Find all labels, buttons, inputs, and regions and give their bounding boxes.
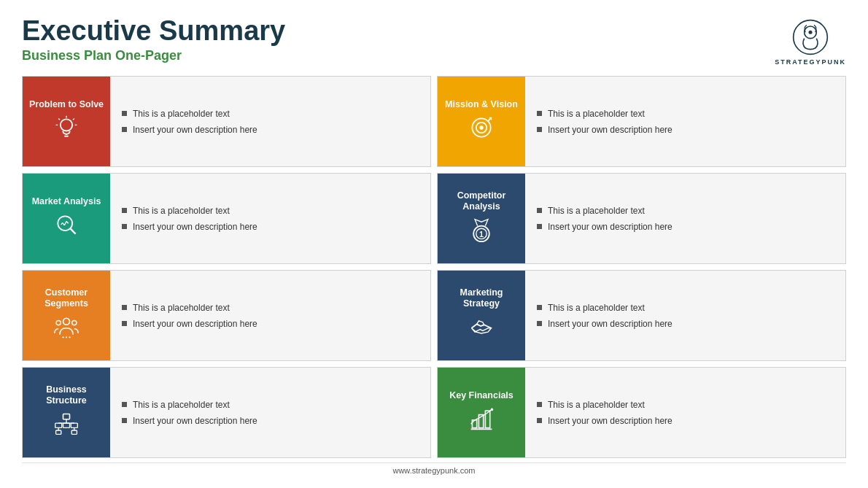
card-label-customer-segments: Customer Segments <box>23 271 110 360</box>
bullet-marker <box>122 127 127 132</box>
card-label-market-analysis: Market Analysis <box>23 174 110 263</box>
bullet-marker <box>537 418 542 423</box>
svg-rect-32 <box>63 414 70 419</box>
footer: www.strategypunk.com <box>22 462 846 475</box>
medal-icon: 1 <box>468 217 495 247</box>
bullet-item: Insert your own description here <box>537 416 834 426</box>
card-label-key-financials: Key Financials <box>438 368 525 457</box>
bullet-item: Insert your own description here <box>122 125 419 135</box>
bullet-text: This is a placeholder text <box>548 303 645 313</box>
bullet-marker <box>122 402 127 407</box>
card-label-mission-vision: Mission & Vision <box>438 77 525 166</box>
card-problem-to-solve: Problem to Solve This is a placeholder t… <box>22 76 431 167</box>
card-content-business-structure: This is a placeholder textInsert your ow… <box>110 368 430 457</box>
card-content-marketing-strategy: This is a placeholder textInsert your ow… <box>525 271 845 360</box>
card-label-marketing-strategy: Marketing Strategy <box>438 271 525 360</box>
card-content-customer-segments: This is a placeholder textInsert your ow… <box>110 271 430 360</box>
card-content-mission-vision: This is a placeholder textInsert your ow… <box>525 77 845 166</box>
bullet-text: This is a placeholder text <box>133 206 230 216</box>
target-icon <box>468 115 495 144</box>
card-competitor-analysis: Competitor Analysis 1 This is a placehol… <box>437 173 846 264</box>
bullet-marker <box>537 321 542 326</box>
card-content-problem-to-solve: This is a placeholder textInsert your ow… <box>110 77 430 166</box>
svg-line-18 <box>64 221 66 225</box>
bullet-item: Insert your own description here <box>537 222 834 232</box>
card-label-problem-to-solve: Problem to Solve <box>23 77 110 166</box>
bullet-text: Insert your own description here <box>133 222 257 232</box>
svg-line-6 <box>58 118 60 120</box>
svg-point-29 <box>63 337 64 338</box>
card-label-text-marketing-strategy: Marketing Strategy <box>442 287 521 309</box>
bullet-item: Insert your own description here <box>122 416 419 426</box>
bullet-item: Insert your own description here <box>537 319 834 329</box>
bullet-marker <box>537 127 542 132</box>
bullet-marker <box>537 224 542 229</box>
bullet-item: Insert your own description here <box>122 319 419 329</box>
bullet-item: This is a placeholder text <box>537 206 834 216</box>
logo-area: STRATEGYPUNK <box>775 19 846 66</box>
svg-point-12 <box>479 125 483 129</box>
card-marketing-strategy: Marketing Strategy This is a placeholder… <box>437 270 846 361</box>
svg-point-31 <box>69 337 71 338</box>
footer-url: www.strategypunk.com <box>392 466 475 475</box>
bullet-text: This is a placeholder text <box>548 206 645 216</box>
bullet-item: This is a placeholder text <box>537 400 834 410</box>
sub-title: Business Plan One-Pager <box>22 48 285 63</box>
bullet-marker <box>122 321 127 326</box>
bullet-item: This is a placeholder text <box>537 303 834 313</box>
card-label-text-market-analysis: Market Analysis <box>32 196 101 207</box>
card-business-structure: Business Structure This is a placeholder… <box>22 367 431 458</box>
bullet-marker <box>122 111 127 116</box>
bullet-item: This is a placeholder text <box>537 109 834 119</box>
svg-rect-36 <box>63 423 70 427</box>
handshake-icon <box>468 314 495 344</box>
svg-rect-42 <box>472 419 476 427</box>
bullet-text: Insert your own description here <box>548 416 673 426</box>
svg-point-30 <box>66 337 67 338</box>
card-label-text-problem-to-solve: Problem to Solve <box>29 99 104 110</box>
card-label-competitor-analysis: Competitor Analysis 1 <box>438 174 525 263</box>
svg-point-3 <box>61 119 72 131</box>
bullet-text: This is a placeholder text <box>133 303 230 313</box>
svg-point-2 <box>809 31 813 34</box>
card-key-financials: Key Financials This is a placeholder tex… <box>437 367 846 458</box>
header-titles: Executive Summary Business Plan One-Page… <box>22 16 285 63</box>
bullet-marker <box>122 224 127 229</box>
bullet-marker <box>122 305 127 310</box>
cards-grid: Problem to Solve This is a placeholder t… <box>22 76 846 458</box>
bullet-text: Insert your own description here <box>133 319 257 329</box>
bullet-marker <box>537 402 542 407</box>
org-chart-icon <box>53 411 80 441</box>
main-title: Executive Summary <box>22 16 285 47</box>
people-icon <box>53 314 80 344</box>
card-content-market-analysis: This is a placeholder textInsert your ow… <box>110 174 430 263</box>
svg-point-25 <box>72 320 77 325</box>
svg-rect-37 <box>71 423 77 427</box>
bullet-text: This is a placeholder text <box>548 109 645 119</box>
svg-line-7 <box>73 118 74 120</box>
svg-point-24 <box>56 320 61 325</box>
bullet-marker <box>537 111 542 116</box>
card-label-text-business-structure: Business Structure <box>27 384 106 406</box>
bullet-text: Insert your own description here <box>133 125 257 135</box>
svg-rect-40 <box>56 430 61 434</box>
bullet-marker <box>537 305 542 310</box>
svg-point-23 <box>63 318 70 325</box>
card-label-text-key-financials: Key Financials <box>449 390 514 401</box>
card-label-text-customer-segments: Customer Segments <box>27 287 106 309</box>
bar-chart-icon <box>468 406 495 435</box>
bullet-marker <box>122 418 127 423</box>
card-label-business-structure: Business Structure <box>23 368 110 457</box>
card-content-key-financials: This is a placeholder textInsert your ow… <box>525 368 845 457</box>
card-label-text-mission-vision: Mission & Vision <box>445 99 518 110</box>
svg-rect-41 <box>71 430 77 434</box>
card-market-analysis: Market Analysis This is a placeholder te… <box>22 173 431 264</box>
page: Executive Summary Business Plan One-Page… <box>0 0 868 488</box>
bullet-text: This is a placeholder text <box>133 400 230 410</box>
bullet-text: Insert your own description here <box>548 222 673 232</box>
logo-icon <box>792 19 829 55</box>
svg-point-46 <box>491 408 494 411</box>
bullet-item: This is a placeholder text <box>122 109 419 119</box>
bullet-text: This is a placeholder text <box>133 109 230 119</box>
card-label-text-competitor-analysis: Competitor Analysis <box>442 190 521 212</box>
